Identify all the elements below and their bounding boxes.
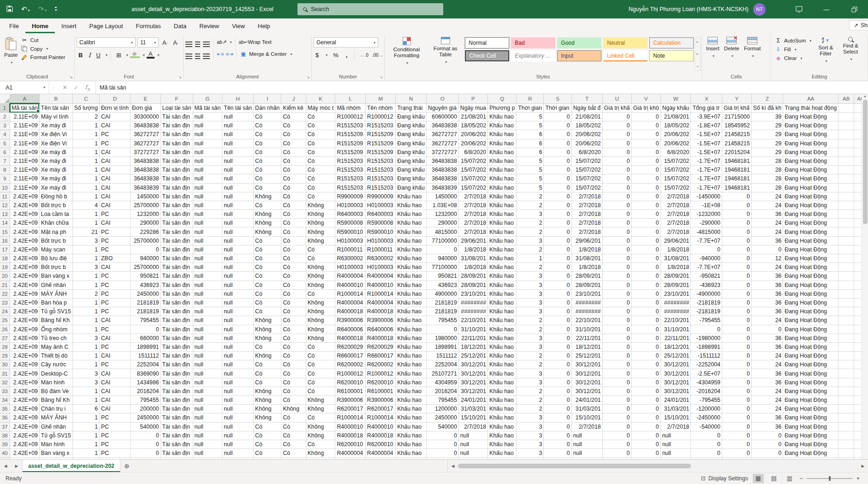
cell-style-note[interactable]: Note (649, 50, 694, 61)
cell-A38[interactable]: 2.42E+09 (10, 431, 39, 440)
cell-D26[interactable]: PC (99, 325, 130, 334)
cell-E9[interactable]: 36483838 (131, 174, 161, 183)
cell-I8[interactable]: Có (254, 166, 281, 174)
cell-K19[interactable]: Không (306, 263, 335, 272)
cell-AB26[interactable] (838, 325, 854, 334)
cell-P10[interactable]: 15/07/202 (458, 183, 488, 192)
cell-J35[interactable]: Không (281, 405, 306, 413)
row-header-41[interactable]: 41 (0, 458, 10, 459)
cell-A4[interactable]: 2.11E+09 (10, 130, 39, 139)
cell-V17[interactable]: 0 (631, 245, 660, 254)
cell-T40[interactable]: null (571, 449, 602, 458)
cell-C20[interactable]: 1 (72, 272, 99, 281)
cell-L1[interactable]: Mã nhóm (335, 103, 365, 113)
cell-Q35[interactable]: Khấu hao (488, 405, 517, 413)
cell-U11[interactable]: 0 (602, 192, 631, 201)
cell-O18[interactable]: 940000 (426, 254, 458, 263)
cell-D18[interactable]: ZBO (99, 254, 130, 263)
cell-U40[interactable]: 0 (602, 449, 631, 458)
cell-F2[interactable]: Tài sản địn (161, 113, 193, 121)
cell-M35[interactable]: R6200017 (365, 405, 395, 413)
cell-X12[interactable]: -1E+08 (691, 201, 722, 209)
cell-AA20[interactable]: Đang Hoạt Động (783, 272, 838, 281)
cell-V20[interactable]: 0 (631, 272, 660, 281)
cell-X19[interactable]: -7.7E+07 (691, 263, 722, 272)
cell-J26[interactable]: Có (281, 325, 306, 334)
row-header-4[interactable]: 4 (0, 130, 10, 139)
cell-AA3[interactable]: Đang Hoạt Động (783, 121, 838, 130)
cell-Z37[interactable]: 36 (751, 422, 783, 431)
cell-H1[interactable]: Tên tài sản (222, 103, 254, 113)
cell-W13[interactable]: 2/7/2018 (660, 210, 691, 219)
cell-H18[interactable]: null (222, 254, 254, 263)
find-select-button[interactable]: Find & Select▾ (838, 36, 863, 72)
cell-I17[interactable]: Có (254, 245, 281, 254)
cell-B29[interactable]: Thiết bị dò (39, 352, 72, 360)
cell-C13[interactable]: 1 (72, 210, 99, 219)
cell-U13[interactable]: 0 (602, 210, 631, 219)
cell-R19[interactable]: 2 (517, 263, 544, 272)
cell-V21[interactable]: 0 (631, 281, 660, 289)
cell-S21[interactable]: 0 (544, 281, 571, 289)
cell-R10[interactable]: 5 (517, 183, 544, 192)
cell-AB25[interactable] (838, 316, 854, 325)
cell-F25[interactable]: Tài sản địn (161, 316, 193, 325)
cell-B19[interactable]: Bốt trực b (39, 263, 72, 272)
cell-E31[interactable]: 8369090 (131, 369, 161, 378)
cell-M5[interactable]: R1515209 (365, 139, 395, 148)
cell-AB7[interactable] (838, 156, 854, 165)
cell-AB21[interactable] (838, 281, 854, 289)
cell-A8[interactable]: 2.11E+09 (10, 166, 39, 174)
zoom-out-button[interactable]: − (800, 475, 803, 482)
cell-E32[interactable]: 1434986 (131, 378, 161, 387)
cell-R3[interactable]: 5 (517, 121, 544, 130)
cell-O30[interactable]: 2252004 (426, 360, 458, 369)
cell-V28[interactable]: 0 (631, 342, 660, 351)
cell-W29[interactable]: 25/12/201 (660, 352, 691, 360)
column-header-C[interactable]: C (72, 94, 99, 103)
cell-AB15[interactable] (838, 227, 854, 236)
cell-G19[interactable]: null (193, 263, 222, 272)
cell-I1[interactable]: Dán nhãn (254, 103, 281, 113)
cell-A41[interactable] (10, 458, 39, 459)
cell-X4[interactable]: -1.5E+07 (691, 130, 722, 139)
cell-W25[interactable]: 22/10/201 (660, 316, 691, 325)
cell-C16[interactable]: 3 (72, 236, 99, 245)
row-header-17[interactable]: 17 (0, 245, 10, 254)
insert-function-icon[interactable]: fx (85, 84, 90, 92)
cell-B25[interactable]: Bảng Nỉ Kh (39, 316, 72, 325)
cell-Q31[interactable]: Khấu hao (488, 369, 517, 378)
cell-C17[interactable]: 1 (72, 245, 99, 254)
cell-O22[interactable]: 4900000 (426, 289, 458, 298)
cell-V18[interactable]: 0 (631, 254, 660, 263)
cell-Q37[interactable]: Khấu hao (488, 422, 517, 431)
column-header-K[interactable]: K (306, 94, 335, 103)
cell-P13[interactable]: 2/7/2018 (458, 210, 488, 219)
cell-F13[interactable]: Tài sản địn (161, 210, 193, 219)
cell-C9[interactable]: 1 (72, 174, 99, 183)
cell-B1[interactable]: Tên tài sản (39, 103, 72, 113)
cell-I5[interactable]: Có (254, 139, 281, 148)
cell-B22[interactable]: MÁY ẢNH (39, 289, 72, 298)
cell-AB40[interactable] (838, 449, 854, 458)
cell-J28[interactable]: Có (281, 342, 306, 351)
cell-R16[interactable]: 3 (517, 236, 544, 245)
cell-T39[interactable]: null (571, 440, 602, 448)
cell-A32[interactable]: 2.42E+09 (10, 378, 39, 387)
cell-I13[interactable]: Không (254, 210, 281, 219)
cell-P22[interactable]: 23/10/201 (458, 289, 488, 298)
cell-I3[interactable]: Có (254, 121, 281, 130)
cell-Z22[interactable]: 36 (751, 289, 783, 298)
cell-E11[interactable]: 1450000 (131, 192, 161, 201)
comma-style-icon[interactable]: , (344, 52, 350, 59)
cell-M32[interactable]: R6200010 (365, 378, 395, 387)
cell-P11[interactable]: 2/7/2018 (458, 192, 488, 201)
cell-H10[interactable]: null (222, 183, 254, 192)
column-header-Y[interactable]: Y (722, 94, 751, 103)
cell-A10[interactable]: 2.11E+09 (10, 183, 39, 192)
cell-L21[interactable]: R4000010 (335, 281, 365, 289)
cell-AB38[interactable] (838, 431, 854, 440)
cell-A26[interactable]: 2.42E+09 (10, 325, 39, 334)
align-bottom-icon[interactable] (203, 42, 210, 42)
cell-Q27[interactable]: Khấu hao (488, 334, 517, 342)
